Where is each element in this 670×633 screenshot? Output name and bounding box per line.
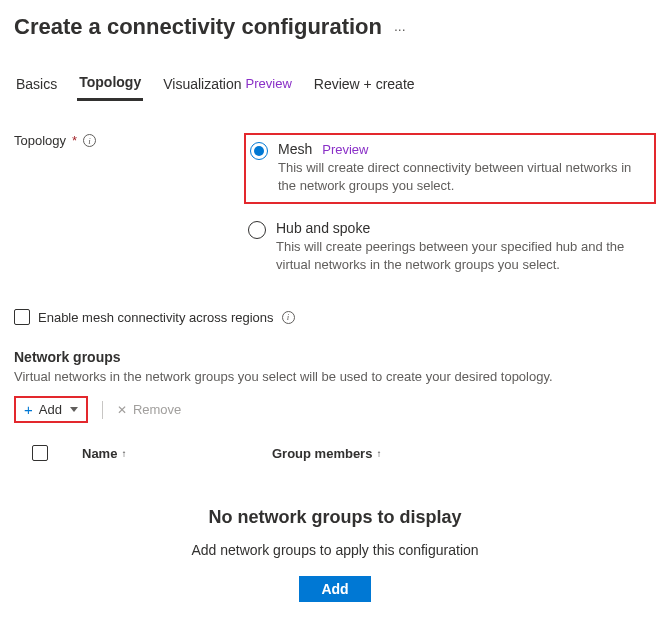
- plus-icon: +: [24, 402, 33, 417]
- tab-visualization[interactable]: Visualization Preview: [161, 70, 294, 101]
- tabs: Basics Topology Visualization Preview Re…: [14, 70, 656, 101]
- network-groups-desc: Virtual networks in the network groups y…: [14, 369, 656, 384]
- topology-row: Topology * i Mesh Preview This will crea…: [14, 133, 656, 291]
- page-header: Create a connectivity configuration ···: [14, 14, 656, 48]
- option-hub-spoke[interactable]: Hub and spoke This will create peerings …: [244, 214, 656, 281]
- empty-add-button[interactable]: Add: [299, 576, 370, 602]
- checkbox-mesh-regions[interactable]: [14, 309, 30, 325]
- tab-topology[interactable]: Topology: [77, 70, 143, 101]
- option-mesh[interactable]: Mesh Preview This will create direct con…: [244, 133, 656, 204]
- add-button[interactable]: + Add: [14, 396, 88, 423]
- sort-asc-icon: ↑: [121, 448, 126, 459]
- preview-badge: Preview: [246, 76, 292, 91]
- required-indicator: *: [72, 133, 77, 148]
- sort-asc-icon: ↑: [376, 448, 381, 459]
- option-mesh-label: Mesh: [278, 141, 312, 157]
- topology-options: Mesh Preview This will create direct con…: [244, 133, 656, 291]
- mesh-regions-label: Enable mesh connectivity across regions: [38, 310, 274, 325]
- more-icon[interactable]: ···: [394, 21, 406, 41]
- remove-button: ✕ Remove: [117, 402, 181, 417]
- toolbar-separator: [102, 401, 103, 419]
- topology-label: Topology * i: [14, 133, 244, 148]
- empty-desc: Add network groups to apply this configu…: [14, 542, 656, 558]
- network-groups-title: Network groups: [14, 349, 656, 365]
- page-title: Create a connectivity configuration: [14, 14, 382, 40]
- empty-title: No network groups to display: [14, 507, 656, 528]
- add-button-label: Add: [39, 402, 62, 417]
- column-members[interactable]: Group members ↑: [272, 446, 381, 461]
- groups-toolbar: + Add ✕ Remove: [14, 396, 656, 423]
- option-mesh-desc: This will create direct connectivity bet…: [278, 159, 646, 194]
- radio-hub-spoke[interactable]: [248, 221, 266, 239]
- preview-badge: Preview: [322, 142, 368, 157]
- select-all-checkbox[interactable]: [32, 445, 48, 461]
- mesh-regions-row[interactable]: Enable mesh connectivity across regions …: [14, 309, 656, 325]
- chevron-down-icon: [70, 407, 78, 412]
- topology-label-text: Topology: [14, 133, 66, 148]
- close-icon: ✕: [117, 403, 127, 417]
- option-hubspoke-label: Hub and spoke: [276, 220, 370, 236]
- option-hubspoke-desc: This will create peerings between your s…: [276, 238, 648, 273]
- radio-mesh[interactable]: [250, 142, 268, 160]
- info-icon[interactable]: i: [83, 134, 96, 147]
- tab-basics[interactable]: Basics: [14, 70, 59, 101]
- tab-review[interactable]: Review + create: [312, 70, 417, 101]
- remove-button-label: Remove: [133, 402, 181, 417]
- column-members-label: Group members: [272, 446, 372, 461]
- table-header: Name ↑ Group members ↑: [14, 445, 656, 471]
- info-icon[interactable]: i: [282, 311, 295, 324]
- column-name[interactable]: Name ↑: [82, 446, 256, 461]
- empty-state: No network groups to display Add network…: [14, 507, 656, 602]
- column-name-label: Name: [82, 446, 117, 461]
- tab-visualization-label: Visualization: [163, 76, 241, 92]
